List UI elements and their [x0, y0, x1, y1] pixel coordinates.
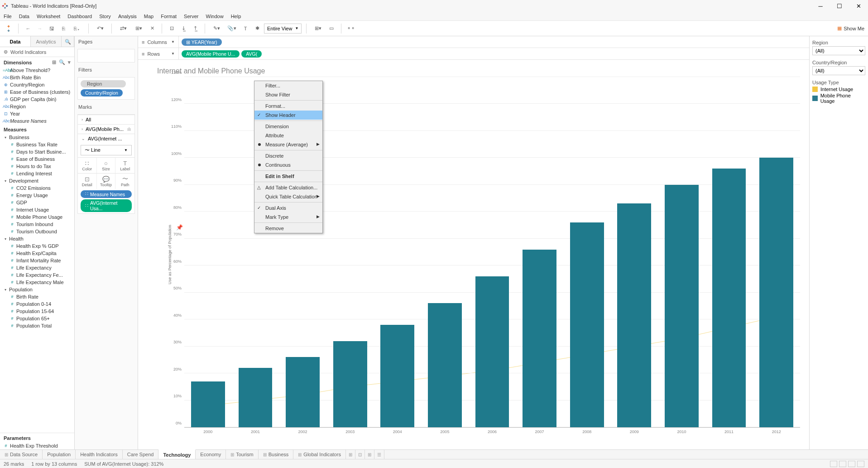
new-datasource-button[interactable]: ⎘: [58, 24, 68, 34]
sheet-tab-population[interactable]: Population: [43, 450, 76, 459]
undo-button[interactable]: ↶▾: [93, 24, 107, 34]
marks-pill[interactable]: ∷AVG(Internet Usa...: [81, 199, 132, 212]
bar[interactable]: [286, 357, 320, 427]
menu-icon[interactable]: ▾: [68, 59, 71, 65]
menu-worksheet[interactable]: Worksheet: [37, 14, 60, 19]
sheet-tab-economy[interactable]: Economy: [196, 450, 226, 459]
field-life-expectancy-fe-[interactable]: #Life Expectancy Fe...: [0, 271, 74, 279]
menu-map[interactable]: Map: [144, 14, 153, 19]
menu-item-measure-average-[interactable]: Measure (Average)▶: [254, 140, 322, 149]
menu-item-remove[interactable]: Remove: [254, 224, 322, 233]
share-button[interactable]: ⚬⚬: [346, 24, 356, 34]
clear-button[interactable]: ✕: [147, 24, 157, 34]
field-population-15-64[interactable]: #Population 15-64: [0, 308, 74, 315]
rows-shelf[interactable]: AVG(Mobile Phone U...AVG(: [179, 49, 809, 58]
menu-item-quick-table-calculation[interactable]: Quick Table Calculation▶: [254, 192, 322, 201]
new-tab-button-3[interactable]: ☰: [374, 450, 384, 459]
list-view-icon[interactable]: ⊞: [52, 59, 56, 65]
field-hours-to-do-tax[interactable]: #Hours to do Tax: [0, 163, 74, 170]
bar[interactable]: [380, 325, 414, 427]
row-pill[interactable]: AVG(: [241, 50, 262, 58]
view-mode-1[interactable]: [830, 461, 837, 467]
bar[interactable]: [665, 185, 699, 427]
marks-color[interactable]: ∷Color: [78, 158, 97, 173]
field-region[interactable]: AbcRegion: [0, 103, 74, 110]
field-infant-mortality-rate[interactable]: #Infant Mortality Rate: [0, 257, 74, 264]
search-icon[interactable]: 🔍: [62, 36, 74, 47]
sort-asc-button[interactable]: ↓̲: [178, 24, 188, 34]
menu-window[interactable]: Window: [206, 14, 224, 19]
field-population-0-14[interactable]: #Population 0-14: [0, 300, 74, 308]
marks-size[interactable]: ○Size: [97, 158, 116, 173]
menu-item-dual-axis[interactable]: ✓Dual Axis: [254, 203, 322, 212]
field-energy-usage[interactable]: #Energy Usage: [0, 192, 74, 199]
group-button[interactable]: ⊡: [167, 24, 177, 34]
sort-button[interactable]: ⊞▾: [132, 24, 145, 34]
new-sheet-button[interactable]: ⎘▾: [70, 24, 84, 34]
field-gdp[interactable]: #GDP: [0, 199, 74, 206]
menu-item-edit-in-shelf[interactable]: Edit in Shelf: [254, 172, 322, 181]
marks-tooltip[interactable]: 💬Tooltip: [97, 174, 116, 189]
menu-item-mark-type[interactable]: Mark Type▶: [254, 212, 322, 222]
field-tourism-inbound[interactable]: #Tourism Inbound: [0, 221, 74, 228]
new-tab-button-2[interactable]: ⊞: [365, 450, 374, 459]
sheet-tab-global-indicators[interactable]: ⊞Global Indicators: [293, 450, 346, 459]
pin-icon[interactable]: 📌: [176, 224, 183, 231]
tab-analytics[interactable]: Analytics: [31, 36, 62, 47]
dashboard-button[interactable]: ⊞▾: [311, 24, 325, 34]
menu-server[interactable]: Server: [184, 14, 198, 19]
menu-item-attribute[interactable]: Attribute: [254, 131, 322, 140]
bar[interactable]: [191, 381, 225, 427]
field-population-65-[interactable]: #Population 65+: [0, 315, 74, 322]
presentation-button[interactable]: ▭: [326, 24, 336, 34]
menu-file[interactable]: File: [4, 14, 12, 19]
param-health-exp-threshold[interactable]: #Health Exp Threshold: [0, 442, 74, 449]
group-population[interactable]: Population: [0, 286, 74, 293]
sheet-tab-business[interactable]: ⊞Business: [259, 450, 294, 459]
sheet-tab-tourism[interactable]: ⊞Tourism: [226, 450, 259, 459]
tab-data[interactable]: Data: [0, 36, 31, 47]
bar[interactable]: [523, 250, 556, 427]
maximize-button[interactable]: ☐: [830, 0, 849, 12]
field-birth-rate[interactable]: #Birth Rate: [0, 293, 74, 300]
swap-button[interactable]: ⇄▾: [116, 24, 130, 34]
bar[interactable]: [712, 169, 746, 427]
field-co2-emissions[interactable]: #CO2 Emissions: [0, 184, 74, 192]
group-business[interactable]: Business: [0, 134, 74, 141]
bar[interactable]: [475, 276, 509, 427]
bar[interactable]: [333, 341, 367, 427]
field-birth-rate-bin[interactable]: AbcBirth Rate Bin: [0, 74, 74, 81]
view-mode-3[interactable]: [848, 461, 855, 467]
group-health[interactable]: Health: [0, 235, 74, 242]
minimize-button[interactable]: ─: [811, 0, 830, 12]
sheet-tab-technology[interactable]: Technology: [158, 449, 196, 459]
sheet-tab-data-source[interactable]: ⊞Data Source: [0, 450, 43, 459]
menu-data[interactable]: Data: [19, 14, 29, 19]
menu-item-continuous[interactable]: Continuous: [254, 160, 322, 169]
columns-shelf[interactable]: ⊞ YEAR(Year): [179, 38, 809, 47]
new-tab-button-1[interactable]: ⊡: [355, 450, 365, 459]
bar[interactable]: [428, 303, 462, 427]
mark-type-dropdown[interactable]: 〜 Line▼: [81, 145, 132, 155]
view-mode-4[interactable]: [857, 461, 864, 467]
field-measure-names[interactable]: AbcMeasure Names: [0, 117, 74, 125]
field-health-exp-capita[interactable]: #Health Exp/Capita: [0, 250, 74, 257]
field-lending-interest[interactable]: #Lending Interest: [0, 170, 74, 177]
field-mobile-phone-usage[interactable]: #Mobile Phone Usage: [0, 213, 74, 221]
field-tourism-outbound[interactable]: #Tourism Outbound: [0, 228, 74, 235]
field-above-threshold-[interactable]: =AbcAbove Threshold?: [0, 67, 74, 74]
menu-item-filter-[interactable]: Filter...: [254, 81, 322, 90]
marks-card-1[interactable]: ›AVG(Mobile Ph...ılı: [78, 124, 134, 134]
fit-dropdown[interactable]: Entire View▼: [264, 24, 302, 34]
sheet-tab-care-spend[interactable]: Care Spend: [123, 450, 159, 459]
marks-path[interactable]: 〜Path: [115, 174, 134, 189]
highlight-button[interactable]: ✎▾: [210, 24, 223, 34]
menu-item-show-filter[interactable]: Show Filter: [254, 90, 322, 99]
tableau-icon[interactable]: [4, 24, 14, 34]
menu-help[interactable]: Help: [231, 14, 241, 19]
field-business-tax-rate[interactable]: #Business Tax Rate: [0, 141, 74, 148]
menu-item-add-table-calculation-[interactable]: △Add Table Calculation...: [254, 183, 322, 192]
field-year[interactable]: ⊡Year: [0, 110, 74, 117]
show-me-button[interactable]: ▦Show Me: [837, 25, 864, 31]
marks-pill[interactable]: ∷Measure Names: [81, 190, 132, 198]
